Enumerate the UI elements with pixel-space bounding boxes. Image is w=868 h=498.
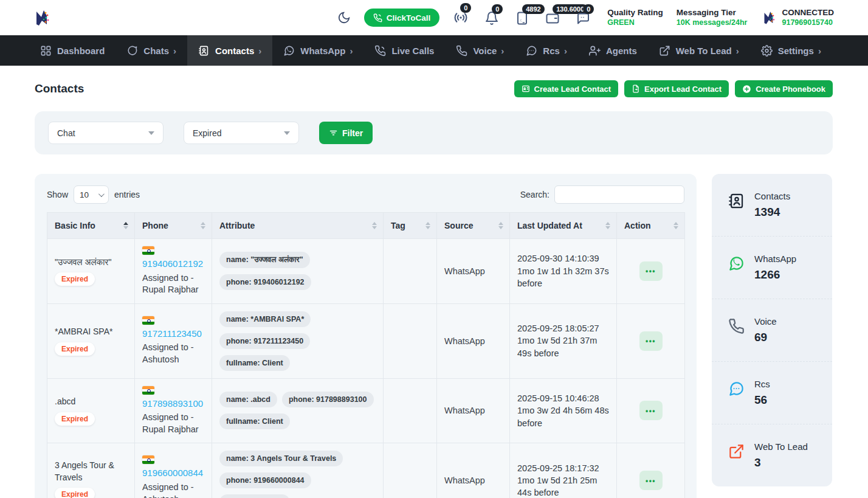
assigned-to: Assigned to - Rupal Rajbhar [142,412,204,435]
filter-button[interactable]: Filter [319,122,373,144]
address-book-icon [728,193,745,209]
phone-link[interactable]: 919660000844 [142,467,204,479]
india-flag-icon [142,386,154,395]
stat-label: WhatsApp [754,254,796,264]
india-flag-icon [142,316,154,325]
page-action-button[interactable]: Create Lead Contact [514,80,618,97]
chevron-right-icon: › [173,46,176,56]
source-cell: WhatsApp [437,303,510,378]
nav-item[interactable]: Voice › [445,35,515,66]
nav-item-label: Contacts [215,46,254,56]
header-icon-group: 0 0 4892 130.6000 [453,10,594,26]
nav-item[interactable]: Dashboard › [29,35,115,66]
chevron-right-icon: › [564,46,567,56]
phone-link[interactable]: 917898893100 [142,398,204,410]
tag-cell [384,378,437,443]
stat-item[interactable]: Rcs 56 [712,361,832,424]
search-label: Search: [520,190,549,199]
attribute-pill: fullname: Client [219,494,290,498]
status-select[interactable]: Expired [184,122,299,144]
nav-item[interactable]: Contacts › [187,35,272,66]
table-header-row: Basic Info Phone [47,213,685,239]
channel-select-value: Chat [57,128,75,138]
last-updated-cell: 2025-09-25 18:05:27 1mo 1w 5d 21h 37m 49… [510,303,617,378]
status-value: GREEN [607,18,663,28]
page-action-label: Create Lead Contact [534,85,611,94]
row-actions-button[interactable] [639,261,663,281]
nav-item[interactable]: Chats › [115,35,187,66]
attribute-pill: name: 3 Angels Tour & Travels [219,451,343,466]
sort-icon [372,222,377,229]
chevron-right-icon: › [350,46,353,56]
phone-link[interactable]: 917211123450 [142,328,204,340]
voice-stat-icon [728,318,745,334]
assigned-to: Assigned to - Ashutosh [142,342,204,365]
attribute-pill: name: *AMBRAI SPA* [219,311,311,327]
stat-item[interactable]: WhatsApp 1266 [712,236,832,299]
sort-icon [498,222,503,229]
stat-item[interactable]: Web To Lead 3 [712,424,832,486]
page-actions: Create Lead Contact Export Lead Contact … [514,80,833,97]
last-updated-cell: 2025-09-30 14:10:39 1mo 1w 1d 1h 32m 37s… [510,239,617,304]
nav-item[interactable]: Live Calls › [363,35,445,66]
last-updated-cell: 2025-09-15 10:46:28 1mo 3w 2d 4h 56m 48s… [510,378,617,443]
column-header-label: Attribute [219,221,255,230]
main-nav: Dashboard › Chats › Contacts › WhatsApp … [0,35,868,66]
assigned-to: Assigned to - Ashutosh [142,482,204,498]
source-cell: WhatsApp [437,378,510,443]
page-size-select[interactable]: 10 [74,185,109,204]
nav-item[interactable]: Settings › [750,35,832,66]
nav-item[interactable]: Rcs › [515,35,578,66]
phone-link[interactable]: 919406012192 [142,258,204,270]
column-header[interactable]: Basic Info [47,213,135,239]
column-header[interactable]: Tag [384,213,437,239]
brand-logo-icon [760,10,776,26]
clicktocall-button[interactable]: ClickToCall [364,9,440,27]
contacts-table: Basic Info Phone [47,212,685,498]
stat-label: Rcs [754,379,770,389]
brand-logo-icon [32,8,51,27]
column-header[interactable]: Action [617,213,685,239]
table-row: "उज्जवल अलंकार" Expired 919406012192 Ass… [47,239,685,304]
phone-call-icon [373,13,382,22]
column-header[interactable]: Source [437,213,510,239]
row-actions-button[interactable] [639,331,663,351]
row-actions-button[interactable] [639,401,663,420]
sort-icon [673,222,678,229]
nav-item-label: Chats [143,46,169,56]
column-header[interactable]: Last Updated At [510,213,617,239]
attribute-pills: name: 3 Angels Tour & Travels phone: 919… [219,451,376,498]
chevron-down-icon [148,131,154,135]
contact-name: 3 Angels Tour & Travels [55,460,127,483]
status-badge: Expired [55,342,95,356]
nav-item[interactable]: WhatsApp › [272,35,363,66]
stat-item[interactable]: Contacts 1394 [712,174,832,236]
dashboard-grid-icon [40,45,52,57]
tag-cell [384,443,437,498]
clicktocall-label: ClickToCall [387,13,431,22]
page-action-button[interactable]: Export Lead Contact [624,80,729,97]
column-header[interactable]: Phone [135,213,212,239]
attribute-pill: phone: 919660000844 [219,472,311,488]
nav-item[interactable]: Agents › [578,35,648,66]
nav-item-label: Agents [606,46,637,56]
page-action-button[interactable]: Create Phonebook [735,80,833,97]
stat-item[interactable]: Voice 69 [712,299,832,361]
status-badge: Expired [55,412,95,426]
plus-circle-icon [742,85,751,94]
row-actions-button[interactable] [639,471,663,490]
nav-item-label: Dashboard [57,46,105,56]
nav-item[interactable]: Web To Lead › [648,35,750,66]
stat-label: Web To Lead [754,441,808,452]
nav-item-label: Rcs [543,46,560,56]
table-row: *AMBRAI SPA* Expired 917211123450 Assign… [47,303,685,378]
chevron-right-icon: › [258,46,261,56]
filter-icon [329,128,338,137]
channel-select[interactable]: Chat [48,122,164,144]
column-header[interactable]: Attribute [212,213,384,239]
chevron-right-icon: › [818,46,821,56]
stat-label: Contacts [754,191,790,201]
search-input[interactable] [554,185,684,204]
nav-item-label: Settings [778,46,814,56]
moon-icon[interactable] [337,11,351,24]
